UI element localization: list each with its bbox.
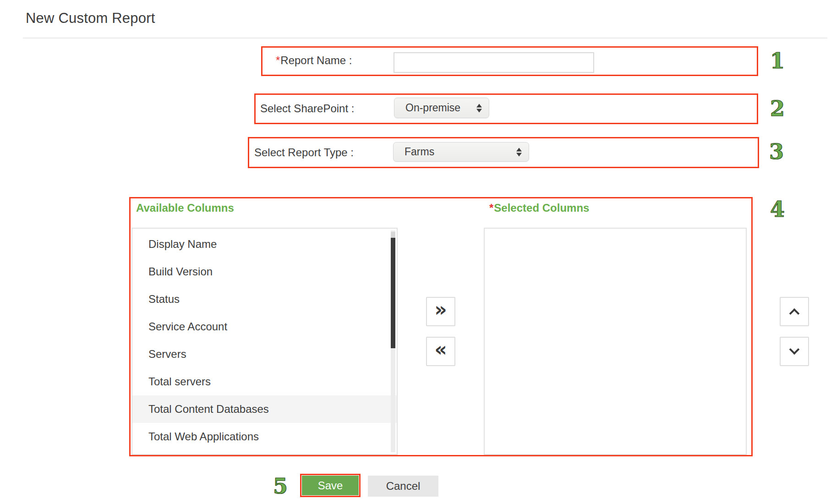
- available-columns-header: Available Columns: [136, 202, 234, 214]
- report-name-label: *Report Name :: [276, 54, 352, 67]
- list-item[interactable]: Servers: [132, 340, 397, 368]
- chevron-up-icon: [789, 308, 800, 319]
- required-asterisk: *: [276, 54, 280, 66]
- scrollbar-thumb[interactable]: [391, 238, 395, 348]
- annotation-number-2: 2: [770, 98, 785, 119]
- sharepoint-select[interactable]: On-premise: [394, 98, 489, 118]
- chevron-down-icon: [789, 344, 800, 355]
- annotation-number-1: 1: [770, 50, 785, 71]
- report-type-selected-value: Farms: [394, 146, 434, 158]
- move-right-button[interactable]: »: [426, 297, 455, 326]
- list-item[interactable]: Service Account: [132, 313, 397, 340]
- annotation-number-3: 3: [769, 141, 784, 162]
- list-item[interactable]: Display Name: [132, 230, 397, 258]
- select-stepper-arrows-icon: [516, 148, 522, 156]
- move-up-button[interactable]: [780, 297, 809, 326]
- list-item[interactable]: Total servers: [132, 368, 397, 395]
- available-columns-listbox[interactable]: Display NameBuild VersionStatusService A…: [131, 228, 398, 455]
- list-item[interactable]: Total Web Applications: [132, 423, 397, 450]
- double-chevron-right-icon: »: [434, 300, 447, 319]
- selected-columns-header: *Selected Columns: [489, 202, 589, 214]
- scrollbar-cap: [391, 232, 395, 238]
- move-down-button[interactable]: [780, 337, 809, 366]
- list-item[interactable]: Status: [132, 285, 397, 313]
- cancel-button[interactable]: Cancel: [368, 476, 438, 497]
- select-report-type-label: Select Report Type :: [254, 146, 354, 159]
- list-item[interactable]: Build Version: [132, 258, 397, 285]
- sharepoint-selected-value: On-premise: [394, 102, 460, 114]
- page-title: New Custom Report: [26, 10, 155, 27]
- select-sharepoint-label: Select SharePoint :: [260, 102, 354, 115]
- selected-columns-listbox[interactable]: [484, 228, 747, 455]
- title-divider: [23, 38, 827, 38]
- report-name-input[interactable]: [394, 52, 594, 73]
- double-chevron-left-icon: «: [434, 340, 447, 359]
- save-button[interactable]: Save: [302, 476, 359, 495]
- select-stepper-arrows-icon: [476, 104, 482, 112]
- annotation-number-4: 4: [770, 199, 785, 220]
- new-custom-report-page: New Custom Report 1 2 3 4 5 *Report Name…: [0, 0, 831, 504]
- report-name-label-text: Report Name :: [280, 54, 352, 66]
- annotation-number-5: 5: [273, 476, 288, 497]
- report-type-select[interactable]: Farms: [393, 142, 529, 162]
- move-left-button[interactable]: «: [426, 337, 455, 366]
- list-item[interactable]: Total Content Databases: [132, 395, 397, 423]
- selected-columns-header-text: Selected Columns: [494, 202, 589, 214]
- required-asterisk: *: [489, 202, 493, 214]
